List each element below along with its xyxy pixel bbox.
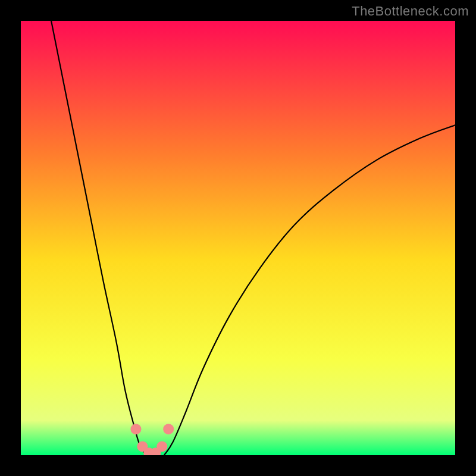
- gradient-background: [21, 21, 455, 455]
- highlight-dot: [130, 424, 141, 434]
- highlight-dot: [156, 441, 167, 452]
- watermark-text: TheBottleneck.com: [352, 4, 469, 19]
- chart-frame: TheBottleneck.com: [0, 0, 476, 476]
- chart-svg: [21, 21, 455, 455]
- highlight-dot: [163, 424, 174, 434]
- plot-area: [21, 21, 455, 455]
